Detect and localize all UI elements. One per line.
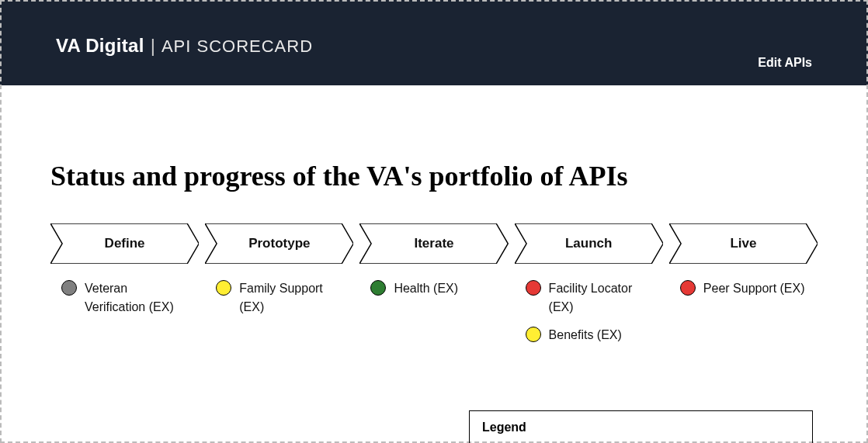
stage-label: Iterate	[359, 223, 508, 264]
main-content: Status and progress of the VA's portfoli…	[0, 160, 868, 349]
logo-brand: VA Digital	[56, 35, 144, 57]
api-item[interactable]: Veteran Verification (EX)	[50, 275, 199, 321]
stage-chevron-prototype: Prototype	[205, 223, 353, 264]
api-item[interactable]: Peer Support (EX)	[669, 275, 818, 303]
api-label: Veteran Verification (EX)	[85, 279, 188, 317]
status-dot-icon	[61, 280, 77, 296]
legend-box: Legend	[469, 410, 813, 443]
column-launch: Launch Facility Locator (EX) Benefits (E…	[515, 223, 663, 349]
status-dot-icon	[370, 280, 386, 296]
column-define: Define Veteran Verification (EX)	[50, 223, 199, 349]
page-title: Status and progress of the VA's portfoli…	[50, 160, 818, 192]
stage-columns: Define Veteran Verification (EX) Prototy…	[50, 223, 818, 349]
api-item[interactable]: Benefits (EX)	[515, 321, 663, 349]
stage-label: Launch	[515, 223, 663, 264]
column-prototype: Prototype Family Support (EX)	[205, 223, 353, 349]
status-dot-icon	[526, 327, 541, 342]
logo-divider: |	[151, 35, 155, 57]
header: VA Digital | API SCORECARD Edit APIs	[0, 0, 868, 85]
stage-label: Live	[669, 223, 818, 264]
status-dot-icon	[526, 280, 541, 296]
stage-chevron-iterate: Iterate	[359, 223, 508, 264]
stage-label: Define	[50, 223, 199, 264]
edit-apis-link[interactable]: Edit APIs	[758, 56, 812, 85]
api-label: Benefits (EX)	[549, 326, 622, 344]
api-item[interactable]: Health (EX)	[359, 275, 508, 303]
stage-chevron-launch: Launch	[515, 223, 663, 264]
stage-chevron-live: Live	[669, 223, 818, 264]
status-dot-icon	[216, 280, 231, 296]
api-item[interactable]: Family Support (EX)	[205, 275, 353, 321]
api-label: Family Support (EX)	[239, 279, 342, 317]
api-label: Facility Locator (EX)	[549, 279, 652, 317]
api-label: Health (EX)	[394, 279, 458, 298]
logo-subtitle: API SCORECARD	[161, 36, 313, 57]
column-iterate: Iterate Health (EX)	[359, 223, 508, 349]
api-item[interactable]: Facility Locator (EX)	[515, 275, 663, 321]
legend-title: Legend	[482, 421, 800, 434]
column-live: Live Peer Support (EX)	[669, 223, 818, 349]
status-dot-icon	[680, 280, 696, 296]
stage-chevron-define: Define	[50, 223, 199, 264]
stage-label: Prototype	[205, 223, 353, 264]
api-label: Peer Support (EX)	[703, 279, 805, 298]
logo: VA Digital | API SCORECARD	[56, 29, 313, 57]
